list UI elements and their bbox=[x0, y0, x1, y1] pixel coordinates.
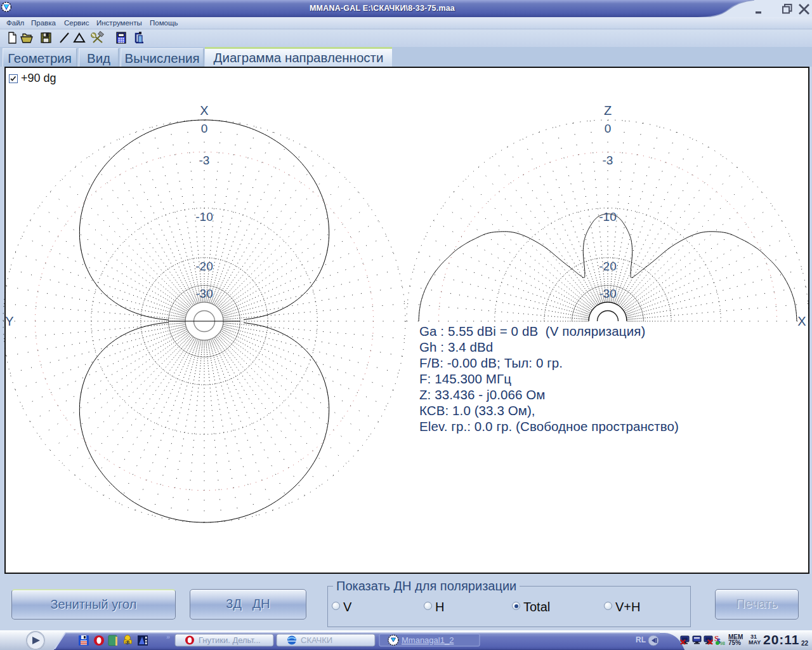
svg-text:MAY: MAY bbox=[749, 639, 761, 646]
svg-text:Гнутики. Дельт...: Гнутики. Дельт... bbox=[199, 635, 261, 645]
svg-text:-30: -30 bbox=[195, 287, 213, 300]
svg-text:0: 0 bbox=[201, 122, 208, 135]
svg-text:Y: Y bbox=[5, 314, 13, 328]
svg-text:X: X bbox=[797, 314, 806, 328]
svg-text:-10: -10 bbox=[195, 210, 213, 223]
svg-text:qp: qp bbox=[125, 640, 130, 645]
svg-text:-20: -20 bbox=[599, 260, 616, 273]
svg-text:20:11: 20:11 bbox=[763, 632, 800, 647]
svg-text:75%: 75% bbox=[728, 639, 741, 646]
svg-text:RL: RL bbox=[636, 635, 646, 644]
svg-text:22: 22 bbox=[801, 640, 809, 647]
svg-text:-10: -10 bbox=[599, 210, 616, 223]
svg-text:СКАЧКИ: СКАЧКИ bbox=[301, 635, 332, 645]
svg-text:X: X bbox=[200, 103, 208, 117]
svg-text:98: 98 bbox=[720, 641, 725, 646]
svg-text:Mmanagal1_2: Mmanagal1_2 bbox=[402, 635, 454, 645]
svg-text:-20: -20 bbox=[195, 260, 213, 273]
svg-text:-3: -3 bbox=[603, 154, 613, 167]
svg-text:-3: -3 bbox=[199, 154, 210, 167]
svg-text:Z: Z bbox=[604, 103, 612, 117]
svg-text:-30: -30 bbox=[599, 287, 616, 300]
svg-text:»: » bbox=[166, 633, 170, 640]
svg-text:0: 0 bbox=[605, 122, 612, 135]
